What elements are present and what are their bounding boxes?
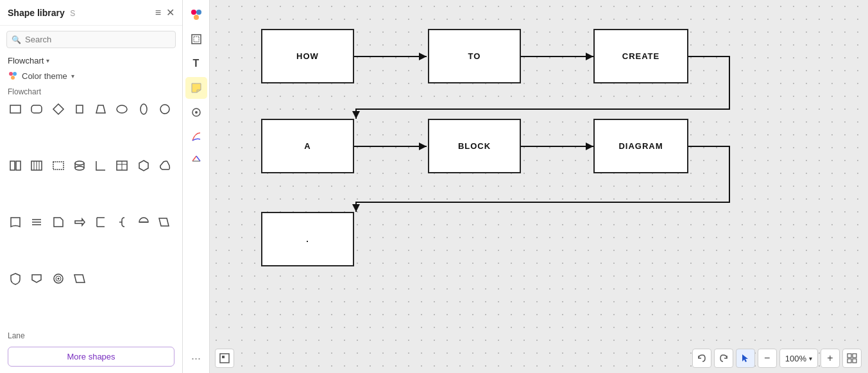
node-end-label: . bbox=[306, 234, 309, 244]
search-input[interactable] bbox=[6, 31, 176, 48]
lane-section-label: Lane bbox=[0, 327, 182, 342]
shape-rounded-parallelogram[interactable] bbox=[156, 157, 174, 175]
shapes-grid bbox=[0, 98, 182, 327]
more-tools-button[interactable]: ··· bbox=[185, 347, 207, 369]
svg-rect-11 bbox=[10, 161, 15, 170]
shape-square-notch[interactable] bbox=[49, 213, 67, 231]
svg-point-42 bbox=[194, 15, 199, 20]
node-create[interactable]: CREATE bbox=[593, 29, 688, 83]
zoom-chevron-icon: ▾ bbox=[809, 355, 812, 362]
shape-grid[interactable] bbox=[28, 157, 46, 175]
svg-rect-57 bbox=[222, 356, 225, 358]
svg-marker-35 bbox=[32, 275, 41, 282]
search-icon: 🔍 bbox=[12, 35, 21, 44]
svg-point-10 bbox=[160, 105, 169, 114]
svg-marker-34 bbox=[159, 218, 169, 226]
node-how-label: HOW bbox=[296, 51, 319, 61]
shape-skewed[interactable] bbox=[71, 270, 89, 288]
svg-point-0 bbox=[9, 72, 13, 76]
shape-parallelogram[interactable] bbox=[71, 100, 89, 118]
svg-line-49 bbox=[192, 156, 196, 161]
shape-trapezoid[interactable] bbox=[92, 100, 110, 118]
node-diagram-label: DIAGRAM bbox=[618, 141, 663, 151]
flowchart-dropdown[interactable]: Flowchart ▾ bbox=[0, 53, 182, 68]
palette-tool-button[interactable] bbox=[185, 4, 207, 26]
svg-rect-17 bbox=[53, 162, 64, 169]
sticky-tool-button[interactable] bbox=[185, 77, 207, 99]
shape-rounded-rect[interactable] bbox=[28, 100, 46, 118]
minimap-button[interactable] bbox=[842, 349, 862, 368]
svg-point-38 bbox=[57, 278, 59, 280]
shape-hexagon[interactable] bbox=[135, 157, 153, 175]
zoom-out-button[interactable]: − bbox=[758, 349, 777, 368]
svg-marker-25 bbox=[139, 160, 148, 171]
shape-shield[interactable] bbox=[6, 270, 24, 288]
shape-target[interactable] bbox=[49, 270, 67, 288]
sidebar-header-icons: ≡ ✕ bbox=[155, 6, 174, 19]
connector-tool-button[interactable] bbox=[185, 101, 207, 123]
section-flowchart-label: Flowchart bbox=[0, 83, 182, 98]
minimap-toggle-button[interactable] bbox=[215, 349, 234, 368]
shape-l-shape[interactable] bbox=[92, 157, 110, 175]
svg-point-18 bbox=[75, 161, 84, 165]
shape-bracket[interactable] bbox=[92, 213, 110, 231]
color-palette-icon bbox=[8, 71, 18, 81]
svg-point-40 bbox=[191, 10, 196, 15]
color-theme-row[interactable]: Color theme ▾ bbox=[0, 68, 182, 83]
node-end[interactable]: . bbox=[261, 212, 354, 266]
close-icon[interactable]: ✕ bbox=[166, 6, 174, 19]
svg-point-9 bbox=[140, 104, 147, 114]
shape-half-circle[interactable] bbox=[135, 213, 153, 231]
shape-cylinder[interactable] bbox=[71, 157, 89, 175]
zoom-minus-icon: − bbox=[764, 352, 770, 364]
zoom-in-button[interactable]: + bbox=[821, 349, 840, 368]
node-diagram[interactable]: DIAGRAM bbox=[593, 119, 688, 173]
shape-oval[interactable] bbox=[135, 100, 153, 118]
chevron-down-icon: ▾ bbox=[46, 57, 49, 64]
pen-tool-button[interactable] bbox=[185, 126, 207, 148]
shape-table[interactable] bbox=[113, 157, 131, 175]
shape-columns[interactable] bbox=[6, 157, 24, 175]
svg-point-48 bbox=[195, 111, 198, 114]
frame-tool-button[interactable] bbox=[185, 28, 207, 50]
pointer-button[interactable] bbox=[736, 349, 755, 368]
redo-button[interactable] bbox=[714, 349, 733, 368]
shape-rect-outline[interactable] bbox=[49, 157, 67, 175]
text-tool-button[interactable]: T bbox=[185, 53, 207, 74]
shape-doc[interactable] bbox=[6, 213, 24, 231]
node-block[interactable]: BLOCK bbox=[428, 119, 521, 173]
svg-rect-4 bbox=[31, 105, 42, 113]
svg-point-21 bbox=[75, 166, 84, 170]
node-how[interactable]: HOW bbox=[261, 29, 354, 83]
ai-tool-button[interactable] bbox=[185, 150, 207, 172]
node-a[interactable]: A bbox=[261, 119, 354, 173]
svg-rect-3 bbox=[10, 105, 21, 113]
shape-slant[interactable] bbox=[156, 213, 174, 231]
svg-rect-59 bbox=[853, 354, 856, 358]
svg-marker-6 bbox=[76, 105, 83, 113]
node-a-label: A bbox=[304, 141, 311, 151]
shape-ellipse[interactable] bbox=[113, 100, 131, 118]
chevron-down-icon-2: ▾ bbox=[71, 73, 74, 80]
node-block-label: BLOCK bbox=[458, 141, 491, 151]
search-box: 🔍 bbox=[6, 31, 176, 48]
more-shapes-button[interactable]: More shapes bbox=[8, 347, 174, 367]
svg-marker-39 bbox=[74, 275, 85, 282]
shape-lines[interactable] bbox=[28, 213, 46, 231]
svg-rect-61 bbox=[853, 359, 856, 363]
node-to[interactable]: TO bbox=[428, 29, 521, 83]
node-to-label: TO bbox=[468, 51, 481, 61]
shape-banner[interactable] bbox=[28, 270, 46, 288]
flowchart-dropdown-label: Flowchart bbox=[8, 56, 44, 65]
sidebar-title: Shape library bbox=[8, 8, 65, 18]
shape-curly-bracket[interactable] bbox=[113, 213, 131, 231]
shape-diamond[interactable] bbox=[49, 100, 67, 118]
undo-button[interactable] bbox=[692, 349, 711, 368]
zoom-display[interactable]: 100% ▾ bbox=[779, 349, 818, 368]
collapse-icon[interactable]: ≡ bbox=[155, 7, 161, 19]
canvas-area[interactable]: HOW TO CREATE A BLOCK DIAGRAM . − 100% bbox=[210, 0, 868, 373]
shape-circle[interactable] bbox=[156, 100, 174, 118]
shape-arrow-right[interactable] bbox=[71, 213, 89, 231]
sidebar-header: Shape library S ≡ ✕ bbox=[0, 0, 182, 26]
shape-rectangle[interactable] bbox=[6, 100, 24, 118]
